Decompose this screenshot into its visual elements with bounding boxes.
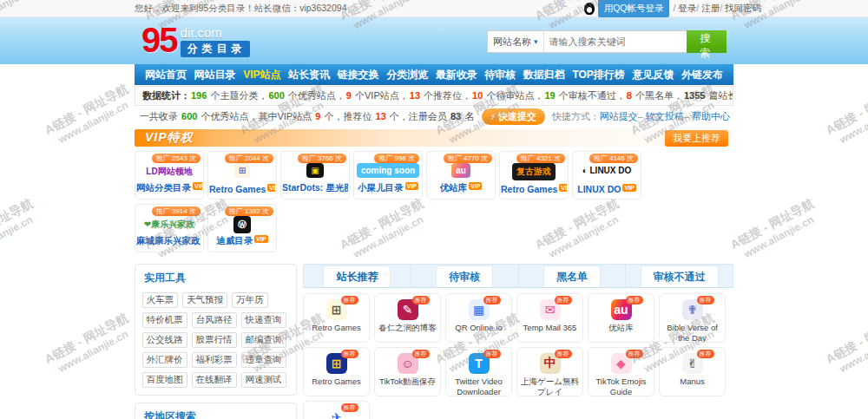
greeting-text: 您好，欢迎来到95分类目录！站长微信：vip3632094	[135, 3, 346, 13]
site-card[interactable]: ✈ 推荐	[303, 401, 370, 419]
vip-site-card[interactable]: 推广 2044 次 ⊞ Retro GamesVIP	[207, 151, 277, 200]
vip-site-card[interactable]: 推广 4146 次 ◐ LINUX DO LINUX DOVIP	[572, 151, 641, 200]
search-button[interactable]: 搜 索	[687, 30, 727, 53]
shortcut-link[interactable]: 帮助中心	[684, 110, 730, 123]
tab[interactable]: 站长推荐	[304, 265, 411, 287]
shortcut-link[interactable]: 网站提交	[600, 110, 638, 123]
site-card[interactable]: ⊞ 推荐 Retro Games	[303, 293, 370, 343]
stat-part: 83 名。	[450, 111, 475, 121]
vip-site-card[interactable]: 推广 1392 次 Ⓦ 迪威目录VIP	[207, 204, 277, 252]
promo-count-badge: 推广 2543 次	[152, 154, 201, 163]
tab-label: 审核不通过	[641, 265, 719, 287]
nav-item[interactable]: VIP站点	[243, 68, 280, 82]
tool-link[interactable]: 外汇牌价	[142, 352, 187, 368]
site-icon-wrap: ✈ 推荐	[326, 407, 347, 419]
promo-count-badge: 推广 3766 次	[298, 154, 346, 163]
vip-site-card[interactable]: 推广 3766 次 ▣ StarDots: 星光图床VIP	[280, 151, 350, 200]
vip-site-name: 小屎儿目录VIP	[358, 182, 418, 194]
recommend-badge: 推荐	[483, 350, 501, 358]
vip-tag-badge: VIP	[405, 182, 418, 190]
vip-site-card[interactable]: 推广 4321 次 复古游戏 Retro GamesVIP	[499, 151, 569, 200]
vip-site-card[interactable]: 推广 2543 次 LD网站领地 网站分类目录VIP	[135, 151, 204, 200]
site-card[interactable]: ▦ 推荐 QR Online.io	[445, 293, 512, 343]
account-link[interactable]: 找回密码	[720, 0, 761, 16]
tool-link[interactable]: 百度地图	[142, 372, 187, 388]
nav-item[interactable]: 站长资讯	[288, 68, 330, 82]
stat-part: 196 个主题分类，	[190, 90, 267, 101]
search-category-dropdown[interactable]: 网站名称 ▾	[488, 31, 544, 52]
site-card[interactable]: ✎ 推荐 眷仁之涧的博客	[374, 293, 441, 343]
lightning-icon: ⚡	[490, 112, 496, 121]
stat-part: 9 个VIP站点，	[345, 90, 409, 101]
nav-item[interactable]: 数据归档	[523, 68, 565, 82]
vip-site-card[interactable]: 推广 3914 次 ❤康乐兴家政 麻城康乐兴家政VIP	[135, 204, 204, 252]
account-link[interactable]: 登录	[673, 0, 696, 16]
site-card[interactable]: ✟ 推荐 Bible Verse of the Day	[659, 293, 726, 343]
tool-link[interactable]: 天气预报	[182, 292, 227, 308]
summary-text: 一共收录 600 个优秀站点，其中VIP站点 9 个，推荐位 13 个，注册会员…	[138, 110, 475, 123]
tool-link[interactable]: 特价机票	[142, 312, 187, 328]
site-card[interactable]: ⊞ 推荐 Retro Games	[303, 347, 370, 396]
qq-login-button[interactable]: 用QQ帐号登录	[598, 0, 670, 17]
tab-label: 站长推荐	[323, 265, 391, 287]
qq-icon	[584, 3, 595, 15]
tab[interactable]: 待审核	[411, 265, 519, 287]
site-icon-wrap: ✉ 推荐	[540, 299, 561, 320]
nav-item[interactable]: 网站首页	[145, 68, 187, 82]
recommend-button[interactable]: 我要上推荐	[665, 130, 728, 147]
site-card[interactable]: ☺ 推荐 TikTok動画保存	[374, 347, 441, 396]
site-card[interactable]: T 推荐 Twitter Video Downloader	[445, 347, 512, 396]
vip-tag-badge: VIP	[202, 235, 203, 243]
shortcut-link[interactable]: 软文投稿	[638, 110, 684, 123]
search-input[interactable]	[544, 31, 687, 52]
nav-item[interactable]: 最新收录	[436, 68, 477, 82]
site-name: QR Online.io	[452, 320, 504, 333]
account-link[interactable]: 注册	[696, 0, 720, 16]
tool-link[interactable]: 网速测试	[241, 372, 286, 388]
tool-link[interactable]: 邮编查询	[241, 332, 286, 348]
tool-link[interactable]: 台风路径	[192, 312, 237, 328]
tools-box: 实用工具 火车票天气预报万年历特价机票台风路径快递查询公交线路股票行情邮编查询外…	[135, 264, 297, 396]
nav-item[interactable]: 意见反馈	[632, 68, 674, 82]
site-card[interactable]: ✌ 推荐 Manus	[659, 347, 726, 396]
quick-submit-button[interactable]: ⚡快速提交	[482, 108, 545, 125]
vip-site-name: Retro GamesVIP	[209, 184, 275, 194]
site-card[interactable]: 中 推荐 上海ゲーム無料プレイ	[516, 347, 583, 396]
vip-site-logo: ▣	[306, 163, 323, 178]
site-logo[interactable]: 95 dir.com 分类目录	[141, 20, 250, 60]
vip-site-name: StarDots: 星光图床VIP	[282, 182, 348, 194]
nav-item[interactable]: 链接交换	[338, 68, 379, 82]
site-header: 95 dir.com 分类目录 网站名称 ▾ 搜 索	[0, 17, 868, 64]
site-card[interactable]: ◆ 推荐 TikTok Emojis Guide	[588, 347, 654, 396]
recommend-badge: 推荐	[341, 403, 358, 412]
vip-tag-badge: VIP	[622, 184, 635, 192]
nav-item[interactable]: 待审核	[484, 68, 516, 82]
vip-site-logo: 复古游戏	[512, 163, 556, 180]
nav-item[interactable]: 分类浏览	[386, 68, 428, 82]
site-icon-wrap: ◆ 推荐	[611, 353, 632, 374]
stats-bar: 数据统计：196 个主题分类，600 个优秀站点，9 个VIP站点，13 个推荐…	[135, 86, 733, 106]
tool-link[interactable]: 火车票	[142, 292, 179, 308]
tool-link[interactable]: 股票行情	[192, 332, 237, 348]
tool-link[interactable]: 万年历	[232, 292, 268, 308]
tool-link[interactable]: 福利彩票	[192, 352, 237, 368]
vip-site-logo: ❤康乐兴家政	[140, 216, 199, 233]
vip-site-logo: Ⓦ	[233, 216, 251, 233]
tool-link[interactable]: 公交线路	[142, 332, 187, 348]
tool-link[interactable]: 在线翻译	[192, 372, 237, 388]
nav-item[interactable]: TOP排行榜	[572, 68, 624, 82]
site-name: Retro Games	[309, 374, 364, 387]
nav-item[interactable]: 网站目录	[194, 68, 236, 82]
tab[interactable]: 黑名单	[519, 265, 627, 287]
tool-link[interactable]: 违章查询	[241, 352, 286, 368]
site-icon-wrap: ⊞ 推荐	[326, 299, 347, 320]
vip-site-card[interactable]: 推广 4770 次 au 优站库VIP	[426, 151, 496, 200]
site-name: Twitter Video Downloader	[446, 374, 511, 396]
logo-domain: dir.com	[181, 25, 250, 40]
site-card[interactable]: ✉ 推荐 Temp Mail 365	[516, 293, 583, 343]
site-card[interactable]: au 推荐 优站库	[588, 293, 654, 343]
tool-link[interactable]: 快递查询	[241, 312, 286, 328]
tab[interactable]: 审核不通过	[626, 265, 733, 287]
nav-item[interactable]: 外链发布	[681, 68, 723, 82]
vip-site-card[interactable]: 推广 998 次 coming soon 小屎儿目录VIP	[353, 151, 423, 200]
